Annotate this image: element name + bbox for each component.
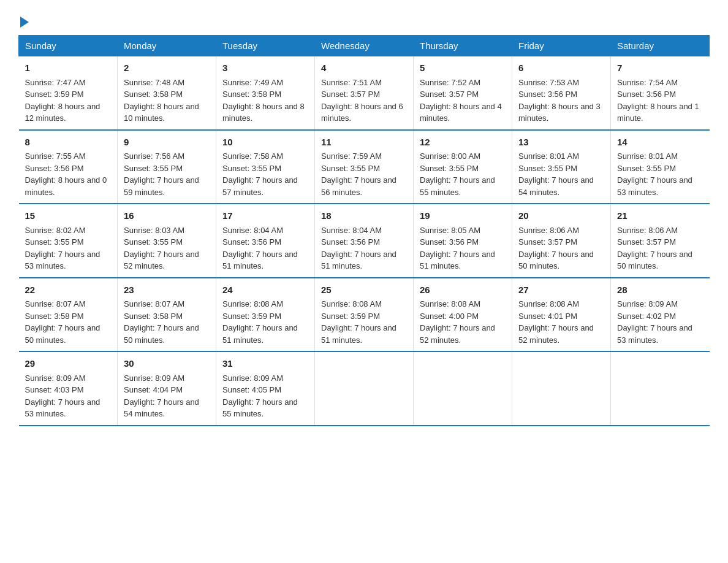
day-number: 10 (222, 136, 308, 150)
daylight-info: Daylight: 7 hours and 53 minutes. (617, 175, 692, 197)
daylight-info: Daylight: 8 hours and 0 minutes. (25, 175, 107, 197)
logo (18, 12, 29, 28)
sunset-info: Sunset: 4:03 PM (25, 385, 84, 394)
header-monday: Monday (118, 36, 216, 56)
sunrise-info: Sunrise: 8:04 AM (321, 226, 382, 235)
sunset-info: Sunset: 3:55 PM (124, 164, 183, 173)
daylight-info: Daylight: 7 hours and 54 minutes. (124, 397, 199, 419)
daylight-info: Daylight: 8 hours and 3 minutes. (518, 102, 601, 123)
sunset-info: Sunset: 3:56 PM (518, 90, 577, 99)
week-row-5: 29 Sunrise: 8:09 AM Sunset: 4:03 PM Dayl… (19, 351, 710, 426)
calendar-cell: 20 Sunrise: 8:06 AM Sunset: 3:57 PM Dayl… (512, 204, 611, 278)
day-number: 18 (321, 209, 407, 223)
daylight-info: Daylight: 7 hours and 50 minutes. (617, 250, 692, 271)
day-number: 20 (518, 209, 604, 223)
calendar-cell (315, 351, 414, 426)
day-number: 7 (617, 61, 703, 75)
sunrise-info: Sunrise: 7:48 AM (124, 78, 184, 87)
sunset-info: Sunset: 3:56 PM (617, 90, 676, 99)
sunset-info: Sunset: 3:58 PM (222, 90, 281, 99)
calendar-cell: 19 Sunrise: 8:05 AM Sunset: 3:56 PM Dayl… (414, 204, 512, 278)
sunrise-info: Sunrise: 8:03 AM (124, 226, 184, 235)
sunset-info: Sunset: 3:55 PM (617, 164, 676, 173)
daylight-info: Daylight: 7 hours and 50 minutes. (518, 250, 594, 271)
daylight-info: Daylight: 7 hours and 55 minutes. (222, 397, 298, 419)
calendar-cell: 21 Sunrise: 8:06 AM Sunset: 3:57 PM Dayl… (611, 204, 710, 278)
calendar-cell: 15 Sunrise: 8:02 AM Sunset: 3:55 PM Dayl… (19, 204, 118, 278)
day-number: 26 (420, 283, 506, 297)
sunrise-info: Sunrise: 7:56 AM (124, 151, 184, 161)
sunset-info: Sunset: 3:58 PM (124, 312, 183, 321)
header-sunday: Sunday (19, 36, 118, 56)
day-number: 29 (25, 357, 112, 371)
daylight-info: Daylight: 7 hours and 53 minutes. (25, 250, 100, 271)
day-number: 22 (25, 283, 112, 297)
calendar-cell: 18 Sunrise: 8:04 AM Sunset: 3:56 PM Dayl… (315, 204, 414, 278)
sunrise-info: Sunrise: 8:09 AM (617, 299, 678, 308)
sunrise-info: Sunrise: 8:00 AM (420, 151, 480, 161)
calendar-cell: 10 Sunrise: 7:58 AM Sunset: 3:55 PM Dayl… (216, 130, 315, 204)
daylight-info: Daylight: 8 hours and 4 minutes. (420, 102, 502, 123)
day-number: 27 (518, 283, 604, 297)
header-thursday: Thursday (414, 36, 512, 56)
calendar-cell (414, 351, 512, 426)
sunrise-info: Sunrise: 7:52 AM (420, 78, 480, 87)
sunrise-info: Sunrise: 7:47 AM (25, 78, 86, 87)
sunrise-info: Sunrise: 7:53 AM (518, 78, 579, 87)
header-wednesday: Wednesday (315, 36, 414, 56)
week-row-3: 15 Sunrise: 8:02 AM Sunset: 3:55 PM Dayl… (19, 204, 710, 278)
sunrise-info: Sunrise: 7:51 AM (321, 78, 382, 87)
calendar-cell (512, 351, 611, 426)
calendar-cell: 23 Sunrise: 8:07 AM Sunset: 3:58 PM Dayl… (118, 278, 216, 352)
sunset-info: Sunset: 3:57 PM (321, 90, 380, 99)
daylight-info: Daylight: 8 hours and 12 minutes. (25, 102, 100, 123)
sunset-info: Sunset: 4:05 PM (222, 385, 281, 394)
week-row-2: 8 Sunrise: 7:55 AM Sunset: 3:56 PM Dayli… (19, 130, 710, 204)
daylight-info: Daylight: 7 hours and 53 minutes. (25, 397, 100, 419)
sunset-info: Sunset: 3:56 PM (222, 237, 281, 247)
sunset-info: Sunset: 3:56 PM (420, 237, 479, 247)
sunset-info: Sunset: 4:00 PM (420, 312, 479, 321)
logo-blue (18, 15, 29, 28)
calendar-cell: 22 Sunrise: 8:07 AM Sunset: 3:58 PM Dayl… (19, 278, 118, 352)
day-number: 4 (321, 61, 407, 75)
week-row-1: 1 Sunrise: 7:47 AM Sunset: 3:59 PM Dayli… (19, 56, 710, 130)
day-number: 11 (321, 136, 407, 150)
sunrise-info: Sunrise: 7:49 AM (222, 78, 283, 87)
daylight-info: Daylight: 7 hours and 53 minutes. (617, 323, 692, 345)
daylight-info: Daylight: 7 hours and 51 minutes. (321, 323, 396, 345)
daylight-info: Daylight: 7 hours and 51 minutes. (222, 250, 298, 271)
calendar-cell: 8 Sunrise: 7:55 AM Sunset: 3:56 PM Dayli… (19, 130, 118, 204)
sunset-info: Sunset: 3:58 PM (124, 90, 183, 99)
calendar-cell: 11 Sunrise: 7:59 AM Sunset: 3:55 PM Dayl… (315, 130, 414, 204)
sunset-info: Sunset: 3:59 PM (25, 90, 84, 99)
day-number: 9 (124, 136, 210, 150)
sunrise-info: Sunrise: 8:06 AM (617, 226, 678, 235)
day-number: 19 (420, 209, 506, 223)
daylight-info: Daylight: 7 hours and 59 minutes. (124, 175, 199, 197)
header-friday: Friday (512, 36, 611, 56)
sunrise-info: Sunrise: 8:07 AM (124, 299, 184, 308)
sunset-info: Sunset: 3:57 PM (420, 90, 479, 99)
calendar-cell: 14 Sunrise: 8:01 AM Sunset: 3:55 PM Dayl… (611, 130, 710, 204)
sunset-info: Sunset: 4:01 PM (518, 312, 577, 321)
day-number: 23 (124, 283, 210, 297)
day-number: 8 (25, 136, 112, 150)
sunset-info: Sunset: 3:55 PM (124, 237, 183, 247)
daylight-info: Daylight: 7 hours and 57 minutes. (222, 175, 298, 197)
sunrise-info: Sunrise: 8:09 AM (25, 373, 86, 383)
sunrise-info: Sunrise: 7:58 AM (222, 151, 283, 161)
calendar-cell: 26 Sunrise: 8:08 AM Sunset: 4:00 PM Dayl… (414, 278, 512, 352)
day-number: 28 (617, 283, 703, 297)
daylight-info: Daylight: 7 hours and 52 minutes. (420, 323, 495, 345)
daylight-info: Daylight: 7 hours and 51 minutes. (321, 250, 396, 271)
calendar-cell: 17 Sunrise: 8:04 AM Sunset: 3:56 PM Dayl… (216, 204, 315, 278)
daylight-info: Daylight: 7 hours and 50 minutes. (25, 323, 100, 345)
daylight-info: Daylight: 7 hours and 56 minutes. (321, 175, 396, 197)
sunset-info: Sunset: 3:57 PM (518, 237, 577, 247)
sunset-info: Sunset: 3:55 PM (518, 164, 577, 173)
day-number: 17 (222, 209, 308, 223)
sunset-info: Sunset: 3:55 PM (420, 164, 479, 173)
calendar-cell (611, 351, 710, 426)
day-number: 21 (617, 209, 703, 223)
